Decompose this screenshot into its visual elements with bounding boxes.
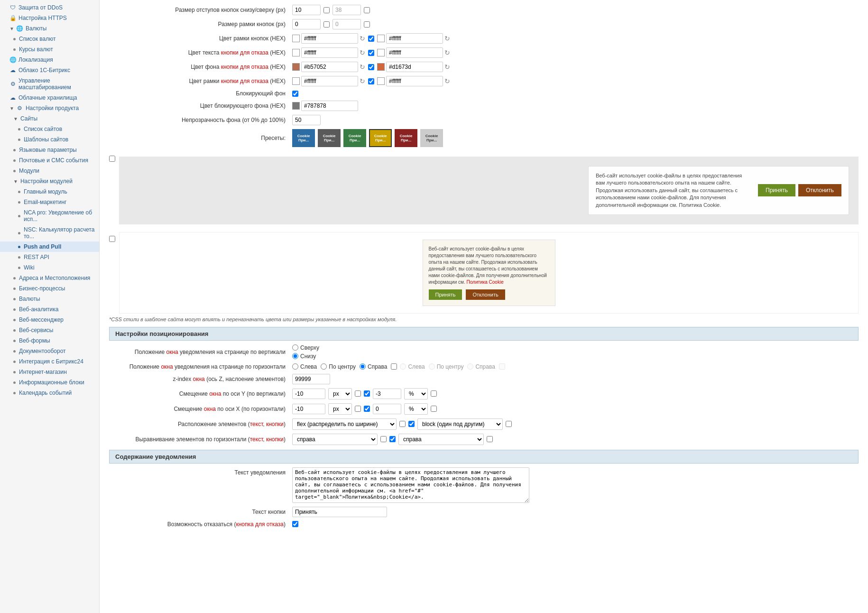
- sidebar-item-mail-sms[interactable]: Почтовые и СМС события: [0, 155, 99, 166]
- decline-text-swatch2[interactable]: [377, 49, 385, 56]
- preset-btn-1[interactable]: Cookie При...: [292, 129, 315, 147]
- sidebar-item-currencies2[interactable]: Валюты: [0, 294, 99, 304]
- layout-select2[interactable]: block (один под другим): [417, 418, 503, 430]
- sidebar-item-docflow[interactable]: Документооборот: [0, 346, 99, 356]
- can-refuse-checkbox[interactable]: [292, 521, 298, 527]
- decline-border-input2[interactable]: [386, 76, 443, 86]
- sidebar-item-sites[interactable]: ▼ Сайты: [0, 113, 99, 124]
- button-padding-input[interactable]: [292, 5, 321, 15]
- sidebar-item-nca-pro[interactable]: NCA pro: Уведомление об исп...: [0, 207, 99, 224]
- offset-y-checkbox1[interactable]: [355, 390, 361, 397]
- decline-border-checkbox[interactable]: [368, 78, 374, 84]
- decline-border-swatch2[interactable]: [377, 77, 385, 85]
- sidebar-item-bitrix24[interactable]: Интеграция с Битрикс24: [0, 356, 99, 367]
- refresh-icon8[interactable]: ↻: [444, 77, 450, 85]
- sidebar-item-push-pull[interactable]: Push and Pull: [0, 241, 99, 252]
- decline-bg-swatch2[interactable]: [377, 63, 385, 71]
- offset-x-unit1[interactable]: px %: [328, 403, 352, 415]
- border-color-input2[interactable]: [386, 33, 443, 44]
- offset-y-input2[interactable]: [373, 389, 401, 399]
- sidebar-item-web-services[interactable]: Веб-сервисы: [0, 325, 99, 335]
- decline-bg-input2[interactable]: [386, 62, 443, 72]
- border-color-checkbox[interactable]: [368, 36, 374, 42]
- align-select1[interactable]: справа слева по центру: [292, 434, 378, 445]
- cookie-link[interactable]: Политика Cookie: [467, 279, 504, 285]
- sidebar-item-lang-params[interactable]: Языковые параметры: [0, 145, 99, 155]
- sidebar-item-module-settings[interactable]: ▼ Настройки модулей: [0, 176, 99, 186]
- refresh-icon6[interactable]: ↻: [444, 63, 450, 71]
- refresh-icon7[interactable]: ↻: [360, 77, 365, 85]
- align-checkbox1[interactable]: [380, 436, 387, 442]
- layout-select1[interactable]: flex (распределить по ширине): [292, 418, 397, 430]
- button-border-input2[interactable]: [332, 19, 361, 29]
- sidebar-item-web-forms[interactable]: Веб-формы: [0, 335, 99, 346]
- decline-border-swatch1[interactable]: [292, 77, 300, 85]
- accept-btn-input[interactable]: [292, 507, 387, 517]
- refresh-icon3[interactable]: ↻: [360, 49, 365, 56]
- decline-text-swatch1[interactable]: [292, 49, 300, 56]
- decline-button-small[interactable]: Отклонить: [466, 289, 505, 300]
- sidebar-item-cloud-bitrix[interactable]: ☁ Облако 1С-Битрикс: [0, 65, 99, 75]
- preset-btn-4[interactable]: Cookie При...: [369, 129, 392, 147]
- sidebar-item-biz-processes[interactable]: Бизнес-процессы: [0, 283, 99, 294]
- horizontal-right-radio[interactable]: [360, 363, 366, 370]
- button-border-input[interactable]: [292, 19, 321, 29]
- preview1-checkbox[interactable]: [109, 156, 115, 162]
- sidebar-item-currency-list[interactable]: Список валют: [0, 34, 99, 44]
- button-border-checkbox2[interactable]: [364, 21, 370, 28]
- sidebar-item-exchange-rates[interactable]: Курсы валют: [0, 44, 99, 55]
- layout-checkbox1[interactable]: [399, 421, 406, 427]
- opacity-input[interactable]: [292, 115, 321, 125]
- horizontal-left-radio[interactable]: [292, 363, 298, 370]
- border-color-swatch2[interactable]: [377, 35, 385, 42]
- horizontal-center-radio[interactable]: [321, 363, 327, 370]
- offset-y-checkbox2[interactable]: [364, 390, 370, 397]
- sidebar-item-https[interactable]: 🔒 Настройка HTTPS: [0, 13, 99, 23]
- decline-bg-input1[interactable]: [301, 62, 358, 72]
- offset-y-unit1[interactable]: px %: [328, 388, 352, 399]
- sidebar-item-addresses[interactable]: Адреса и Местоположения: [0, 273, 99, 283]
- button-padding-checkbox2[interactable]: [364, 7, 370, 13]
- refresh-icon2[interactable]: ↻: [444, 35, 450, 42]
- sidebar-item-currencies[interactable]: ▼ 🌐 Валюты: [0, 23, 99, 34]
- layout-checkbox3[interactable]: [506, 421, 512, 427]
- button-padding-checkbox1[interactable]: [323, 7, 330, 13]
- sidebar-item-online-shop[interactable]: Интернет-магазин: [0, 367, 99, 377]
- horizontal-checkbox[interactable]: [391, 363, 397, 370]
- offset-x-checkbox1[interactable]: [355, 406, 361, 412]
- vertical-bottom-radio[interactable]: [292, 353, 298, 359]
- decline-text-input2[interactable]: [386, 47, 443, 58]
- blocking-bg-color-swatch[interactable]: [292, 102, 300, 110]
- sidebar-item-site-templates[interactable]: Шаблоны сайтов: [0, 134, 99, 145]
- sidebar-item-scale-mgmt[interactable]: ⚙ Управление масштабированием: [0, 75, 99, 93]
- sidebar-item-rest-api[interactable]: REST API: [0, 252, 99, 262]
- refresh-icon5[interactable]: ↻: [360, 63, 365, 71]
- align-checkbox3[interactable]: [487, 436, 493, 442]
- sidebar-item-calendar[interactable]: Календарь событий: [0, 388, 99, 398]
- offset-x-checkbox2[interactable]: [364, 406, 370, 412]
- button-padding-input2[interactable]: [332, 5, 361, 15]
- preset-btn-6[interactable]: Cookie При...: [420, 129, 443, 147]
- sidebar-item-main-module[interactable]: Главный модуль: [0, 186, 99, 197]
- offset-x-unit2[interactable]: % px: [404, 403, 428, 415]
- offset-x-input1[interactable]: [292, 404, 325, 414]
- decline-button-wide[interactable]: Отклонить: [798, 184, 841, 196]
- align-checkbox2[interactable]: [389, 436, 396, 442]
- align-select2[interactable]: справа слева по центру: [398, 434, 484, 445]
- offset-x-checkbox3[interactable]: [431, 406, 437, 412]
- sidebar-item-modules[interactable]: Модули: [0, 166, 99, 176]
- border-color-swatch1[interactable]: [292, 35, 300, 42]
- offset-y-input1[interactable]: [292, 389, 325, 399]
- blocking-bg-color-input[interactable]: [301, 101, 358, 111]
- preview2-checkbox[interactable]: [109, 236, 115, 242]
- sidebar-item-product-settings[interactable]: ▼ ⚙ Настройки продукта: [0, 103, 99, 113]
- sidebar-item-info-blocks[interactable]: Информационные блоки: [0, 377, 99, 388]
- accept-button-wide[interactable]: Принять: [758, 184, 795, 196]
- preset-btn-3[interactable]: Cookie При...: [343, 129, 366, 147]
- border-color-input1[interactable]: [301, 33, 358, 44]
- sidebar-item-wiki[interactable]: Wiki: [0, 262, 99, 273]
- zindex-input[interactable]: [292, 374, 330, 384]
- blocking-bg-checkbox[interactable]: [292, 91, 298, 97]
- notification-text-input[interactable]: Веб-сайт использует cookie-файлы в целях…: [292, 467, 529, 503]
- offset-y-checkbox3[interactable]: [431, 390, 437, 397]
